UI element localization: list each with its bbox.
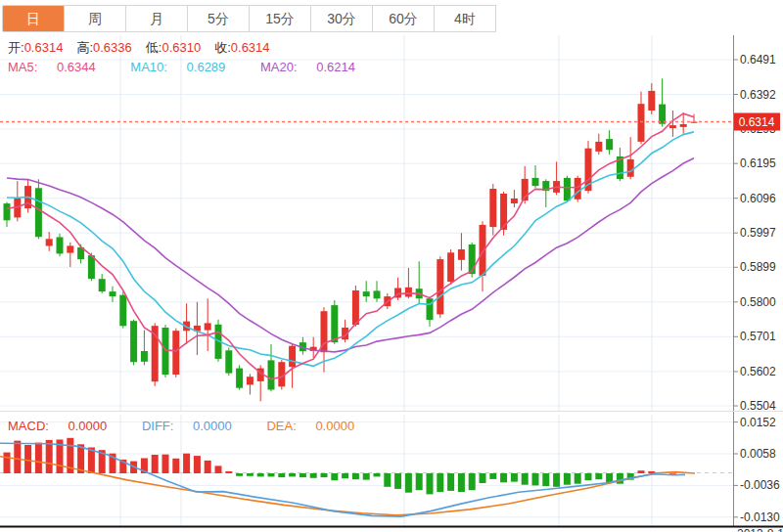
macd-hist-bar bbox=[489, 473, 496, 479]
macd-hist-bar bbox=[405, 473, 412, 493]
macd-hist-bar bbox=[183, 454, 190, 473]
close-value: 0.6314 bbox=[231, 40, 270, 55]
macd-hist-bar bbox=[289, 473, 296, 476]
ma20-readout: MA20: 0.6214 bbox=[260, 60, 371, 74]
axis-tick-label: 0.6096 bbox=[740, 192, 776, 205]
macd-hist-bar bbox=[4, 453, 11, 473]
macd-hist-bar bbox=[225, 471, 232, 473]
candle-body bbox=[247, 377, 253, 384]
macd-hist-bar bbox=[205, 461, 211, 473]
candle-body bbox=[659, 105, 666, 124]
ma10-readout: MA10: 0.6289 bbox=[130, 60, 241, 74]
date-axis-line bbox=[0, 526, 783, 528]
last-price-badge-text: 0.6314 bbox=[739, 115, 775, 129]
date-axis-label-clipped: 2013-8-12 bbox=[737, 527, 783, 532]
ohlc-readout: 开:0.6314高:0.6336低:0.6310收:0.6314 bbox=[8, 39, 284, 57]
high-label: 高: bbox=[76, 40, 93, 55]
macd-hist-bar bbox=[215, 466, 222, 473]
macd-value-readout: MACD: 0.0000 bbox=[8, 419, 122, 433]
axis-tick-label: 0.6392 bbox=[740, 88, 776, 102]
macd-hist-bar bbox=[564, 473, 571, 485]
tab-15min[interactable]: 15分 bbox=[249, 5, 311, 32]
timeframe-tabbar: 日周月5分15分30分60分4时 bbox=[0, 0, 783, 33]
macd-hist-bar bbox=[310, 473, 317, 478]
candle-body bbox=[638, 104, 645, 142]
macd-hist-bar bbox=[268, 473, 275, 476]
chart-canvas[interactable]: 0.64910.63920.62930.61950.60960.59970.58… bbox=[0, 0, 783, 532]
ma5-readout: MA5: 0.6344 bbox=[8, 60, 112, 74]
axis-tick-label: -0.0130 bbox=[740, 510, 780, 524]
candle-body bbox=[225, 350, 232, 373]
open-label: 开: bbox=[8, 40, 24, 55]
axis-tick-label: 0.5997 bbox=[740, 226, 776, 240]
macd-hist-bar bbox=[342, 473, 348, 478]
candle-body bbox=[437, 259, 443, 314]
macd-hist-bar bbox=[532, 473, 539, 485]
macd-hist-bar bbox=[374, 473, 381, 476]
macd-hist-bar bbox=[416, 473, 423, 490]
axis-tick-label: -0.0036 bbox=[740, 478, 780, 492]
candle-body bbox=[458, 249, 465, 260]
candle-body bbox=[141, 351, 148, 362]
axis-tick-label: 0.5602 bbox=[740, 365, 776, 378]
candle-body bbox=[99, 279, 106, 291]
last-price-badge-layer: 0.6314 bbox=[734, 113, 780, 131]
tab-30min[interactable]: 30分 bbox=[310, 5, 373, 32]
macd-readout: MACD: 0.0000 DIFF: 0.0000 DEA: 0.0000 bbox=[8, 419, 386, 433]
axis-tick-label: 0.5800 bbox=[740, 295, 776, 309]
tab-60min[interactable]: 60分 bbox=[372, 5, 435, 32]
dea-value-readout: DEA: 0.0000 bbox=[266, 419, 370, 433]
candle-body bbox=[405, 288, 412, 297]
macd-hist-bar bbox=[278, 473, 285, 477]
candle-body bbox=[532, 178, 539, 186]
macd-hist-bar bbox=[14, 441, 21, 473]
candle-body bbox=[110, 291, 116, 296]
candle-body bbox=[289, 346, 296, 368]
tab-week[interactable]: 周 bbox=[64, 5, 126, 32]
candle-body bbox=[374, 290, 381, 298]
candle-body bbox=[511, 199, 518, 203]
macd-hist-bar bbox=[394, 473, 401, 489]
macd-hist-bar bbox=[617, 473, 623, 484]
macd-hist-bar bbox=[299, 473, 306, 477]
candle-body bbox=[119, 295, 126, 327]
macd-hist-bar bbox=[542, 473, 549, 486]
candle-body bbox=[606, 139, 613, 150]
axis-layer: 0.64910.63920.62930.61950.60960.59970.58… bbox=[733, 35, 780, 526]
macd-hist-bar bbox=[172, 459, 179, 473]
axis-tick-label: 0.5504 bbox=[740, 399, 776, 413]
axis-tick-label: 0.6195 bbox=[740, 156, 776, 170]
tab-4hour[interactable]: 4时 bbox=[434, 5, 496, 32]
candle-body bbox=[268, 360, 275, 389]
macd-hist-bar bbox=[247, 473, 253, 476]
macd-hist-bar bbox=[152, 455, 159, 473]
macd-hist-bar bbox=[384, 473, 391, 487]
macd-hist-bar bbox=[352, 473, 359, 479]
candle-body bbox=[480, 225, 486, 276]
candle-body bbox=[595, 142, 602, 152]
candle-body bbox=[4, 203, 11, 220]
candle-body bbox=[35, 188, 42, 237]
candle-body bbox=[352, 290, 359, 325]
tab-month[interactable]: 月 bbox=[125, 5, 188, 32]
tab-day[interactable]: 日 bbox=[2, 5, 65, 32]
axis-tick-label: 0.6491 bbox=[740, 53, 776, 66]
candle-body bbox=[575, 178, 581, 200]
candle-body bbox=[88, 255, 95, 279]
macd-hist-bar bbox=[595, 473, 602, 479]
macd-hist-bar bbox=[363, 473, 370, 480]
macd-hist-bar bbox=[500, 473, 507, 482]
macd-hist-bar bbox=[321, 473, 328, 477]
macd-hist-bar bbox=[236, 473, 243, 476]
macd-hist-bar bbox=[427, 473, 434, 494]
ma-readout: MA5: 0.6344 MA10: 0.6289 MA20: 0.6214 bbox=[8, 60, 387, 74]
macd-layer bbox=[0, 438, 733, 516]
candle-body bbox=[363, 291, 370, 296]
tab-5min[interactable]: 5分 bbox=[187, 5, 250, 32]
macd-hist-bar bbox=[162, 455, 169, 473]
axis-tick-label: 0.0058 bbox=[740, 447, 776, 461]
macd-hist-bar bbox=[194, 456, 201, 473]
candle-body bbox=[331, 305, 338, 342]
candle-body bbox=[172, 331, 179, 375]
macd-hist-bar bbox=[24, 445, 31, 473]
